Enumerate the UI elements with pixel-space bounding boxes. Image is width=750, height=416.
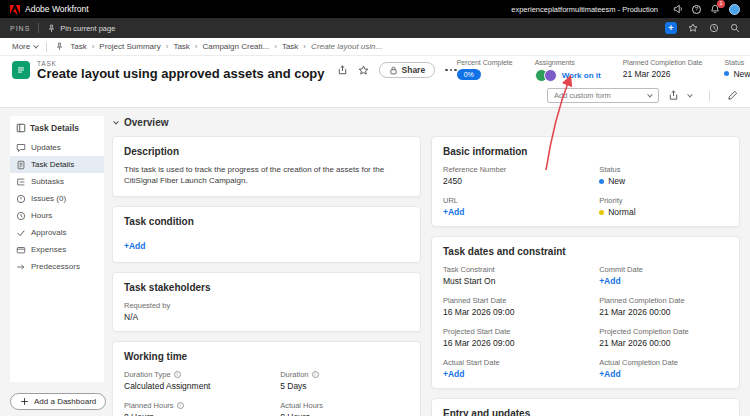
checkmark-icon (16, 228, 26, 238)
field-reference-number: Reference Number 2450 (443, 165, 591, 186)
add-actual-completion-link[interactable]: +Add (599, 369, 621, 379)
basic-information-card: Basic information Reference Number 2450 … (431, 136, 740, 227)
sidebar-item-subtasks[interactable]: Subtasks (10, 173, 104, 190)
top-app-bar: Adobe Workfront experienceplatformultima… (0, 0, 750, 18)
description-card: Description This task is used to track t… (112, 136, 421, 197)
field-actual-start-date: Actual Start Date +Add (443, 358, 591, 379)
sidebar-item-issues[interactable]: Issues (0) (10, 190, 104, 207)
description-text: This task is used to track the progress … (124, 165, 409, 187)
favorites-star-icon[interactable] (688, 23, 698, 33)
field-requested-by: Requested by N/A (124, 301, 272, 322)
pins-label: PINS (10, 25, 30, 32)
status-dot (724, 71, 729, 76)
field-url: URL +Add (443, 196, 591, 217)
planned-completion-metric: Planned Completion Date 21 Mar 2026 (623, 59, 703, 79)
sidebar-item-task-details[interactable]: Task Details (10, 156, 104, 173)
add-commit-date-link[interactable]: +Add (599, 276, 621, 286)
overview-section-header[interactable]: Overview (114, 117, 740, 128)
chevron-down-icon (647, 91, 653, 97)
breadcrumb-pin-icon[interactable] (55, 42, 64, 51)
chevron-right-icon: › (195, 42, 198, 51)
recents-history-icon[interactable] (709, 23, 719, 33)
favorite-star-icon[interactable] (358, 65, 369, 76)
breadcrumb-item[interactable]: Task (282, 42, 298, 51)
divider (46, 42, 47, 52)
chevron-down-icon[interactable] (688, 94, 692, 98)
entry-and-updates-card: Entry and updates Entry Date 10 Feb 2026… (431, 398, 740, 416)
task-dates-card: Task dates and constraint Task Constrain… (431, 236, 740, 389)
field-duration: Durationi 5 Days (280, 370, 409, 391)
workfront-task-page: { "colors": { "accent_blue": "#1373E6", … (0, 0, 750, 416)
announcements-icon[interactable] (673, 4, 683, 14)
priority-dot (599, 210, 604, 215)
pin-current-page-button[interactable]: Pin current page (47, 24, 115, 33)
chevron-right-icon: › (166, 42, 169, 51)
field-projected-completion-date: Projected Completion Date 21 Mar 2026 00… (599, 327, 728, 348)
left-panel: Task Details Updates Task Details Subtas… (10, 116, 104, 382)
breadcrumb-item[interactable]: Task (173, 42, 189, 51)
expenses-icon (16, 245, 26, 255)
chevron-right-icon: › (274, 42, 277, 51)
info-icon: i (174, 371, 181, 378)
custom-form-row: Add custom form (0, 84, 750, 108)
breadcrumb: Task› Project Summary› Task› Campaign Cr… (70, 42, 382, 51)
task-stakeholders-card: Task stakeholders Requested by N/A (112, 272, 421, 332)
field-planned-start-date: Planned Start Date 16 Mar 2026 09:00 (443, 296, 591, 317)
status-value: New (733, 69, 750, 79)
add-dashboard-button[interactable]: Add a Dashboard (10, 393, 106, 410)
info-icon: i (312, 371, 319, 378)
planned-completion-value: 21 Mar 2026 (623, 69, 703, 79)
notifications-bell-icon[interactable]: 1 (710, 4, 720, 14)
status-dot (599, 179, 604, 184)
user-avatar[interactable] (729, 4, 740, 15)
work-on-it-button[interactable]: Work on it (562, 71, 601, 80)
export-icon[interactable] (668, 90, 679, 101)
field-priority: Priority Normal (599, 196, 728, 217)
lock-icon (389, 66, 398, 75)
chevron-down-icon (113, 118, 119, 124)
sidebar-item-approvals[interactable]: Approvals (10, 224, 104, 241)
sidebar-item-hours[interactable]: Hours (10, 207, 104, 224)
search-icon[interactable] (730, 23, 740, 33)
sidebar-item-expenses[interactable]: Expenses (10, 241, 104, 258)
add-custom-form-input[interactable]: Add custom form (547, 88, 659, 103)
field-task-constraint: Task Constraint Must Start On (443, 265, 591, 286)
notification-badge: 1 (717, 0, 725, 8)
assignments-metric: Assignments Work on it (535, 59, 601, 82)
help-icon[interactable]: ? (692, 5, 701, 14)
issue-alert-icon (16, 194, 26, 204)
more-menu-button[interactable]: More (12, 42, 38, 51)
org-environment-label: experienceplatformultimateesm - Producti… (511, 5, 658, 14)
sidebar-item-predecessors[interactable]: Predecessors (10, 258, 104, 275)
task-type-icon (12, 61, 30, 79)
field-projected-start-date: Projected Start Date 16 Mar 2026 09:00 (443, 327, 591, 348)
task-header: TASK Create layout using approved assets… (0, 56, 750, 84)
add-url-link[interactable]: +Add (443, 207, 465, 217)
field-actual-hours: Actual Hours 0 Hours (280, 401, 409, 416)
breadcrumb-item[interactable]: Task (70, 42, 86, 51)
breadcrumb-item[interactable]: Project Summary (99, 42, 160, 51)
pin-icon (47, 24, 56, 33)
divider (38, 23, 39, 33)
plus-icon (20, 397, 29, 406)
add-condition-link[interactable]: +Add (124, 241, 146, 251)
percent-complete-metric: Percent Complete 0% (457, 59, 513, 80)
chevron-right-icon: › (303, 42, 306, 51)
quick-access-icon[interactable]: + (665, 22, 677, 34)
left-panel-title: Task Details (10, 121, 104, 139)
field-duration-type: Duration Typei Calculated Assignment (124, 370, 272, 391)
field-status: Status New (599, 165, 728, 186)
status-metric: Status New (724, 59, 750, 79)
add-actual-start-link[interactable]: +Add (443, 369, 465, 379)
working-time-card: Working time Duration Typei Calculated A… (112, 341, 421, 416)
sidebar-item-updates[interactable]: Updates (10, 139, 104, 156)
breadcrumb-item[interactable]: Campaign Creati... (203, 42, 270, 51)
open-in-icon[interactable] (337, 65, 348, 76)
assignee-avatar[interactable] (544, 69, 557, 82)
pins-bar: PINS Pin current page + (0, 18, 750, 38)
field-planned-hours: Planned Hoursi 0 Hours (124, 401, 272, 416)
field-commit-date: Commit Date +Add (599, 265, 728, 286)
share-button[interactable]: Share (379, 62, 436, 78)
more-actions-icon[interactable] (445, 69, 457, 72)
edit-pencil-icon[interactable] (727, 90, 738, 101)
